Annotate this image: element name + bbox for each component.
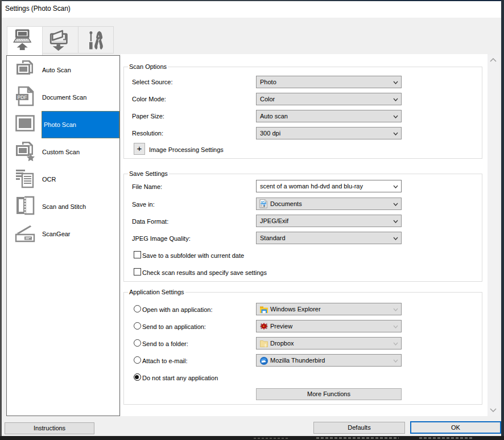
svg-text:PDF: PDF <box>18 94 27 100</box>
